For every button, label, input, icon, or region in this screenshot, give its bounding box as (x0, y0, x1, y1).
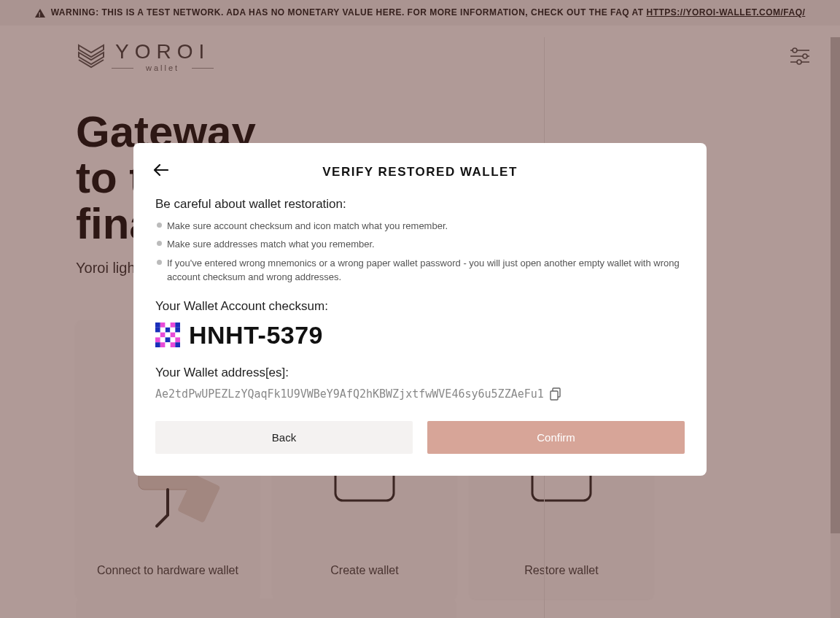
modal-bullet: Make sure addresses match what you remem… (155, 237, 685, 252)
svg-rect-20 (170, 322, 175, 328)
svg-rect-17 (155, 322, 160, 328)
verify-restored-wallet-modal: VERIFY RESTORED WALLET Be careful about … (133, 143, 707, 476)
svg-rect-25 (160, 328, 166, 333)
svg-rect-37 (155, 342, 160, 347)
svg-rect-18 (175, 322, 180, 328)
checksum-row: HNHT-5379 (155, 321, 685, 349)
checksum-code: HNHT-5379 (189, 321, 323, 349)
svg-rect-27 (155, 333, 160, 338)
svg-rect-19 (160, 322, 166, 328)
modal-title: VERIFY RESTORED WALLET (155, 165, 685, 179)
svg-rect-28 (175, 333, 180, 338)
svg-rect-21 (166, 322, 171, 328)
svg-rect-40 (170, 342, 175, 347)
svg-rect-43 (551, 391, 558, 400)
svg-rect-39 (160, 342, 166, 347)
checksum-identicon-icon (155, 322, 180, 347)
svg-rect-23 (175, 328, 180, 333)
svg-rect-35 (170, 337, 175, 342)
svg-rect-24 (166, 328, 171, 333)
svg-rect-41 (166, 342, 171, 347)
svg-rect-30 (170, 333, 175, 338)
checksum-label: Your Wallet Account checksum: (155, 299, 685, 314)
addresses-label: Your Wallet address[es]: (155, 366, 685, 380)
confirm-button[interactable]: Confirm (427, 421, 685, 454)
modal-bullet: If you've entered wrong mnemonics or a w… (155, 256, 685, 285)
modal-bullet-list: Make sure account checksum and icon matc… (155, 219, 685, 285)
svg-rect-22 (155, 328, 160, 333)
modal-bullet: Make sure account checksum and icon matc… (155, 219, 685, 233)
svg-rect-31 (166, 333, 171, 338)
wallet-address: Ae2tdPwUPEZLzYQaqFk1U9VWBeY9AfQ2hKBWZjxt… (155, 387, 544, 401)
modal-buttons: Back Confirm (155, 421, 685, 454)
svg-rect-33 (175, 337, 180, 342)
back-arrow-icon[interactable] (152, 163, 168, 177)
svg-rect-34 (160, 337, 166, 342)
modal-overlay: VERIFY RESTORED WALLET Be careful about … (0, 0, 840, 618)
address-row: Ae2tdPwUPEZLzYQaqFk1U9VWBeY9AfQ2hKBWZjxt… (155, 387, 685, 401)
svg-rect-29 (160, 333, 166, 338)
svg-rect-36 (166, 337, 171, 342)
modal-careful-text: Be careful about wallet restoration: (155, 197, 685, 212)
svg-rect-38 (175, 342, 180, 347)
copy-icon[interactable] (550, 387, 561, 401)
svg-rect-32 (155, 337, 160, 342)
back-button[interactable]: Back (155, 421, 413, 454)
svg-rect-26 (170, 328, 175, 333)
